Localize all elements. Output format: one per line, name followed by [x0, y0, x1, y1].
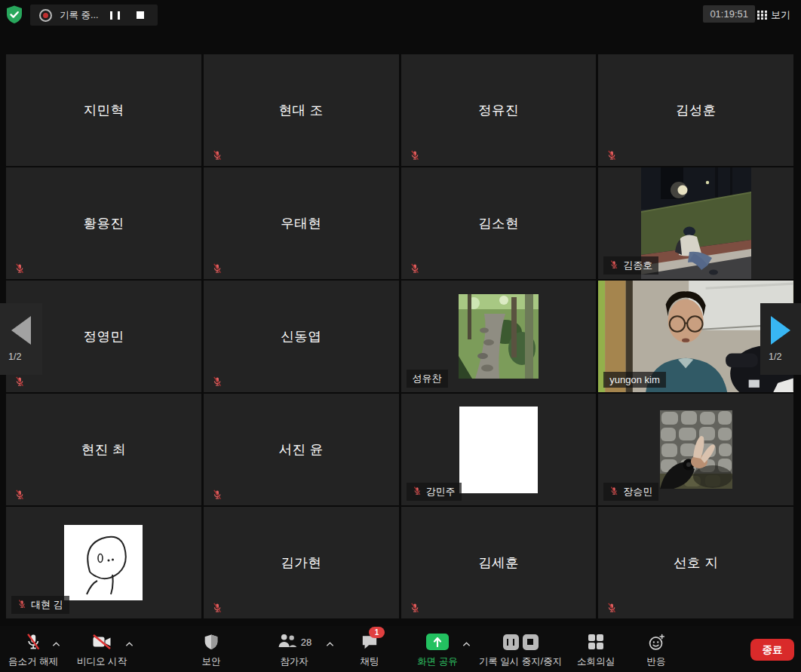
participant-tile[interactable]: 우태현	[204, 167, 399, 279]
start-video-button[interactable]: 비디오 시작	[70, 633, 134, 668]
participant-name: 황용진	[6, 167, 201, 279]
chat-button[interactable]: 1 채팅	[345, 633, 394, 668]
participant-name: 김종호	[623, 259, 652, 272]
chat-bubble-icon: 1	[361, 633, 378, 651]
participant-tile[interactable]: 김가현	[204, 507, 399, 618]
participant-tile[interactable]: 현대 조	[204, 54, 399, 166]
shield-check-icon	[5, 5, 24, 26]
muted-mic-icon	[609, 260, 618, 272]
participant-name: 대현 김	[31, 598, 63, 612]
participant-tile[interactable]: 서진 윤	[204, 394, 399, 505]
pause-icon	[110, 11, 120, 20]
pause-recording-button[interactable]	[106, 8, 124, 23]
muted-mic-icon	[609, 486, 618, 498]
reactions-smiley-icon	[648, 633, 665, 651]
security-label: 보안	[202, 655, 221, 668]
participant-tile[interactable]: 김종호	[598, 167, 793, 279]
breakout-rooms-label: 소회의실	[577, 655, 615, 668]
gallery-view-icon	[757, 11, 767, 20]
chat-unread-badge: 1	[369, 627, 385, 638]
muted-mic-icon	[606, 603, 617, 613]
participant-tile[interactable]: 선호 지	[598, 507, 793, 618]
video-grid: 지민혁 현대 조 정유진	[6, 54, 793, 618]
participant-label: 강민주	[407, 483, 462, 501]
participant-label: yungon kim	[603, 372, 665, 388]
participant-tile[interactable]: 장승민	[598, 394, 793, 505]
participant-tile[interactable]: 김소현	[401, 167, 597, 279]
share-screen-button[interactable]: 화면 공유	[409, 633, 466, 668]
participant-label: 대현 김	[11, 596, 69, 614]
participant-label: 장승민	[603, 483, 658, 501]
meeting-info-shield-button[interactable]	[5, 5, 24, 26]
participant-tile[interactable]: 강민주	[401, 394, 597, 505]
next-page-button[interactable]: 1/2	[760, 303, 801, 375]
participant-tile[interactable]: 김세훈	[401, 507, 597, 618]
muted-mic-icon	[410, 263, 420, 274]
participant-label: 성유찬	[407, 370, 448, 388]
muted-mic-icon	[410, 603, 420, 613]
recording-controls-button[interactable]: 기록 일시 중지/중지	[477, 633, 564, 668]
record-icon	[39, 9, 52, 22]
muted-mic-icon	[212, 263, 222, 274]
muted-mic-icon	[212, 489, 222, 500]
page-indicator-right: 1/2	[769, 351, 781, 362]
muted-mic-icon	[17, 600, 26, 611]
audio-options-chevron[interactable]	[51, 640, 62, 649]
view-button[interactable]: 보기	[753, 8, 795, 23]
breakout-rooms-button[interactable]: 소회의실	[570, 633, 621, 668]
mic-muted-icon	[25, 633, 41, 651]
end-meeting-button[interactable]: 종료	[750, 639, 794, 661]
participant-name: 김소현	[401, 167, 597, 279]
participant-name: 김성훈	[598, 54, 793, 166]
previous-page-button[interactable]: 1/2	[0, 303, 42, 375]
muted-mic-icon	[212, 150, 222, 161]
participant-tile[interactable]: 황용진	[6, 167, 201, 279]
participant-tile[interactable]: 현진 최	[6, 394, 201, 505]
muted-mic-icon	[14, 376, 25, 387]
participant-name: 정유진	[401, 54, 597, 166]
participant-tile[interactable]: 지민혁	[6, 54, 201, 166]
participants-count: 28	[301, 637, 312, 648]
muted-mic-icon	[14, 489, 25, 500]
meeting-timer: 01:19:51	[703, 5, 755, 23]
security-button[interactable]: 보안	[187, 633, 235, 668]
video-options-chevron[interactable]	[124, 640, 135, 649]
share-screen-label: 화면 공유	[417, 655, 457, 668]
participant-name: 서진 윤	[204, 394, 399, 505]
participant-tile[interactable]: 김성훈	[598, 54, 793, 166]
unmute-button[interactable]: 음소거 해제	[2, 633, 65, 668]
participant-name: 강민주	[426, 485, 456, 499]
participant-tile[interactable]: 성유찬	[401, 281, 597, 392]
stop-recording-button[interactable]	[132, 8, 149, 22]
recording-controls-label: 기록 일시 중지/중지	[479, 655, 562, 668]
security-shield-icon	[204, 633, 219, 651]
page-indicator-left: 1/2	[8, 351, 21, 362]
reactions-button[interactable]: 반응	[632, 633, 680, 668]
top-bar: 기록 중... 01:19:51 보기	[0, 0, 801, 35]
participant-tile[interactable]: 대현 김	[6, 507, 201, 618]
muted-mic-icon	[606, 150, 617, 161]
share-screen-icon	[426, 633, 449, 651]
participant-name: 김가현	[204, 507, 399, 618]
participant-name: yungon kim	[609, 374, 659, 385]
muted-mic-icon	[212, 603, 222, 613]
pause-recording-icon[interactable]	[503, 634, 519, 650]
participant-avatar-image	[459, 294, 539, 379]
zoom-meeting-window: 기록 중... 01:19:51 보기 지민혁 현대 조 정	[0, 0, 801, 672]
stop-recording-icon[interactable]	[523, 634, 539, 650]
participant-tile[interactable]: 신동엽	[204, 281, 399, 392]
participants-button[interactable]: 28 참가자	[265, 633, 323, 668]
participants-options-chevron[interactable]	[324, 640, 336, 649]
chat-label: 채팅	[361, 655, 379, 668]
breakout-rooms-icon	[588, 633, 604, 651]
view-button-label: 보기	[771, 8, 790, 22]
participant-tile[interactable]: 정유진	[401, 54, 597, 166]
participant-name: 신동엽	[204, 281, 399, 392]
share-options-chevron[interactable]	[461, 640, 472, 649]
participant-name: 성유찬	[413, 372, 442, 385]
participant-avatar-image	[459, 407, 538, 493]
participant-name: 현대 조	[204, 54, 399, 166]
recording-indicator: 기록 중...	[30, 5, 158, 26]
unmute-label: 음소거 해제	[8, 655, 58, 668]
participant-name: 우태현	[204, 167, 399, 279]
